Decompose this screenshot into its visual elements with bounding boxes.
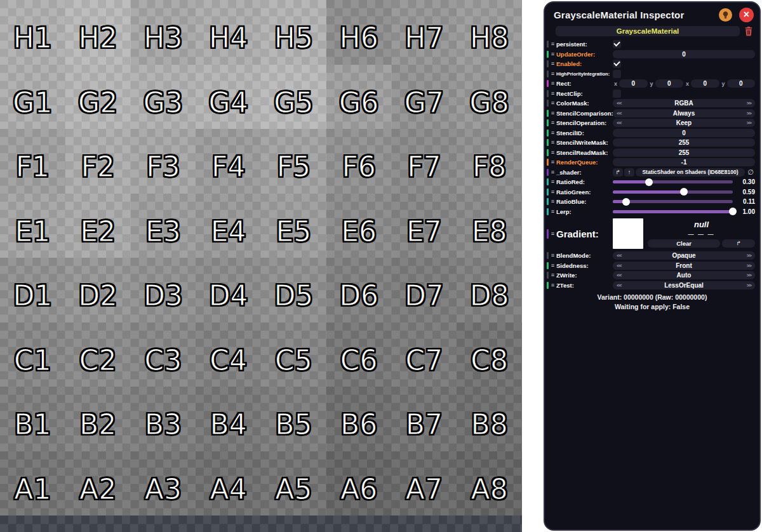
board-cell-e4[interactable]: E4 xyxy=(196,194,261,258)
slider-knob-ratiored[interactable] xyxy=(645,178,653,186)
board-cell-a7[interactable]: A7 xyxy=(392,451,457,516)
board-cell-d4[interactable]: D4 xyxy=(196,258,261,323)
board-cell-e5[interactable]: E5 xyxy=(261,194,326,258)
close-icon[interactable]: × xyxy=(739,8,754,22)
board-cell-g6[interactable]: G6 xyxy=(326,65,392,130)
enum-next-arrow[interactable]: >> xyxy=(743,271,755,279)
board-cell-d1[interactable]: D1 xyxy=(0,258,65,323)
slider-knob-lerp[interactable] xyxy=(729,208,737,215)
board-cell-a6[interactable]: A6 xyxy=(326,451,392,516)
board-cell-c1[interactable]: C1 xyxy=(0,323,65,387)
value-input-stencilid[interactable]: 0 xyxy=(613,129,755,137)
board-cell-h4[interactable]: H4 xyxy=(196,0,261,65)
board-cell-c5[interactable]: C5 xyxy=(261,323,326,387)
board-cell-f8[interactable]: F8 xyxy=(457,129,522,194)
board-cell-g8[interactable]: G8 xyxy=(457,65,522,130)
board-cell-a3[interactable]: A3 xyxy=(131,451,196,516)
shader-jump-button[interactable]: ↱ xyxy=(613,168,623,176)
board-cell-f4[interactable]: F4 xyxy=(196,129,261,194)
board-cell-a1[interactable]: A1 xyxy=(0,451,65,516)
rect-input-3[interactable]: 0 xyxy=(727,79,755,88)
board-cell-c2[interactable]: C2 xyxy=(65,323,131,387)
board-cell-f3[interactable]: F3 xyxy=(131,129,196,194)
shader-up-button[interactable]: ↑ xyxy=(624,168,634,176)
enum-next-arrow[interactable]: >> xyxy=(743,281,755,289)
board-cell-a5[interactable]: A5 xyxy=(261,451,326,516)
board-cell-d5[interactable]: D5 xyxy=(261,258,326,323)
rect-input-2[interactable]: 0 xyxy=(691,79,719,88)
slider-track-ratiored[interactable] xyxy=(613,180,733,183)
board-cell-c3[interactable]: C3 xyxy=(131,323,196,387)
board-cell-e8[interactable]: E8 xyxy=(457,194,522,258)
rect-input-1[interactable]: 0 xyxy=(655,79,683,88)
board-cell-g2[interactable]: G2 xyxy=(65,65,131,130)
board-cell-b1[interactable]: B1 xyxy=(0,387,65,451)
slider-knob-ratiogreen[interactable] xyxy=(680,188,688,196)
gradient-jump-button[interactable]: ↱ xyxy=(722,239,755,248)
board-cell-c6[interactable]: C6 xyxy=(326,323,392,387)
board-cell-h8[interactable]: H8 xyxy=(457,0,522,65)
enum-prev-arrow[interactable]: << xyxy=(613,109,625,117)
board-cell-h1[interactable]: H1 xyxy=(0,0,65,65)
checkbox-persistent[interactable] xyxy=(613,40,621,48)
enum-next-arrow[interactable]: >> xyxy=(743,109,755,117)
board-cell-a8[interactable]: A8 xyxy=(457,451,522,516)
checkbox-enabled[interactable] xyxy=(613,60,621,68)
board-cell-g4[interactable]: G4 xyxy=(196,65,261,130)
board-cell-d2[interactable]: D2 xyxy=(65,258,131,323)
board-cell-e7[interactable]: E7 xyxy=(392,194,457,258)
rect-input-0[interactable]: 0 xyxy=(619,79,647,88)
board-cell-e1[interactable]: E1 xyxy=(0,194,65,258)
slider-knob-ratioblue[interactable] xyxy=(622,198,630,206)
board-cell-f6[interactable]: F6 xyxy=(326,129,392,194)
board-cell-d8[interactable]: D8 xyxy=(457,258,522,323)
board-cell-f1[interactable]: F1 xyxy=(0,129,65,194)
enum-prev-arrow[interactable]: << xyxy=(613,251,625,260)
slider-track-lerp[interactable] xyxy=(613,210,733,213)
enum-prev-arrow[interactable]: << xyxy=(613,262,625,270)
enum-next-arrow[interactable]: >> xyxy=(743,99,755,107)
board-cell-b4[interactable]: B4 xyxy=(196,387,261,451)
board-cell-d3[interactable]: D3 xyxy=(131,258,196,323)
value-input-renderqueue[interactable]: -1 xyxy=(613,158,755,166)
board-cell-c4[interactable]: C4 xyxy=(196,323,261,387)
slider-track-ratioblue[interactable] xyxy=(613,200,733,203)
board-cell-f7[interactable]: F7 xyxy=(392,129,457,194)
slider-track-ratiogreen[interactable] xyxy=(613,190,733,194)
board-cell-e6[interactable]: E6 xyxy=(326,194,392,258)
board-cell-h2[interactable]: H2 xyxy=(65,0,131,65)
board-cell-b6[interactable]: B6 xyxy=(326,387,392,451)
board-cell-g3[interactable]: G3 xyxy=(131,65,196,130)
board-cell-f5[interactable]: F5 xyxy=(261,129,326,194)
board-cell-d7[interactable]: D7 xyxy=(392,258,457,323)
checkbox-highpriorityintegration[interactable] xyxy=(613,70,621,78)
board-cell-f2[interactable]: F2 xyxy=(65,129,131,194)
value-input-updateorder[interactable]: 0 xyxy=(613,50,755,58)
board-cell-c7[interactable]: C7 xyxy=(392,323,457,387)
board-cell-h6[interactable]: H6 xyxy=(326,0,392,65)
enum-prev-arrow[interactable]: << xyxy=(613,119,625,127)
board-cell-a2[interactable]: A2 xyxy=(65,451,131,516)
board-cell-h7[interactable]: H7 xyxy=(392,0,457,65)
board-cell-g7[interactable]: G7 xyxy=(392,65,457,130)
board-cell-a4[interactable]: A4 xyxy=(196,451,261,516)
board-cell-b3[interactable]: B3 xyxy=(131,387,196,451)
enum-prev-arrow[interactable]: << xyxy=(613,271,625,279)
set-null-icon[interactable]: ∅ xyxy=(746,168,755,176)
board-cell-e2[interactable]: E2 xyxy=(65,194,131,258)
enum-next-arrow[interactable]: >> xyxy=(743,119,755,127)
board-cell-c8[interactable]: C8 xyxy=(457,323,522,387)
enum-prev-arrow[interactable]: << xyxy=(613,281,625,289)
enum-next-arrow[interactable]: >> xyxy=(743,251,755,260)
board-cell-d6[interactable]: D6 xyxy=(326,258,392,323)
enum-prev-arrow[interactable]: << xyxy=(613,99,625,107)
trash-icon[interactable] xyxy=(744,25,754,36)
value-input-stencilwritemask[interactable]: 255 xyxy=(613,138,755,147)
board-cell-h5[interactable]: H5 xyxy=(261,0,326,65)
board-cell-g1[interactable]: G1 xyxy=(0,65,65,130)
value-input-stencilreadmask[interactable]: 255 xyxy=(613,149,755,157)
board-cell-h3[interactable]: H3 xyxy=(131,0,196,65)
checkbox-rectclip[interactable] xyxy=(613,90,621,98)
lightbulb-icon[interactable] xyxy=(719,8,732,22)
enum-next-arrow[interactable]: >> xyxy=(743,262,755,270)
